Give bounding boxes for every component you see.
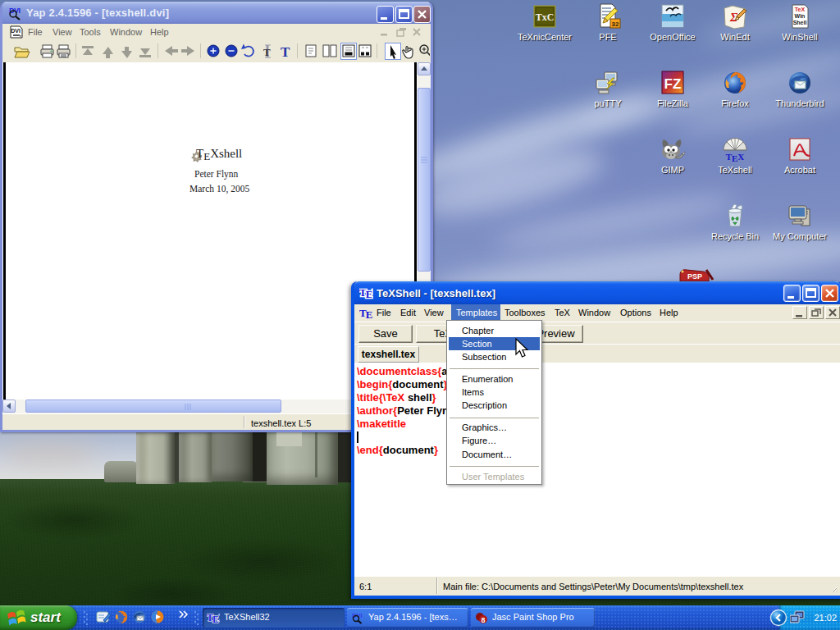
svg-text:8: 8 (481, 616, 485, 624)
svg-text:Win: Win (795, 13, 806, 19)
svg-text:PSP: PSP (687, 272, 702, 281)
svg-text:T: T (263, 46, 271, 58)
svg-text:TEX: TEX (207, 612, 220, 624)
svg-text:TxC: TxC (536, 11, 555, 23)
svg-text:FZ: FZ (664, 76, 682, 92)
svg-text:DVI: DVI (11, 28, 21, 34)
svg-text:Shell: Shell (793, 20, 807, 25)
svg-text:TEX: TEX (359, 307, 372, 319)
svg-text:TEX: TEX (726, 152, 745, 162)
svg-text:TEX: TEX (359, 286, 373, 299)
svg-text:TeX: TeX (795, 7, 806, 12)
svg-text:T: T (281, 44, 290, 60)
svg-text:32: 32 (612, 21, 619, 28)
